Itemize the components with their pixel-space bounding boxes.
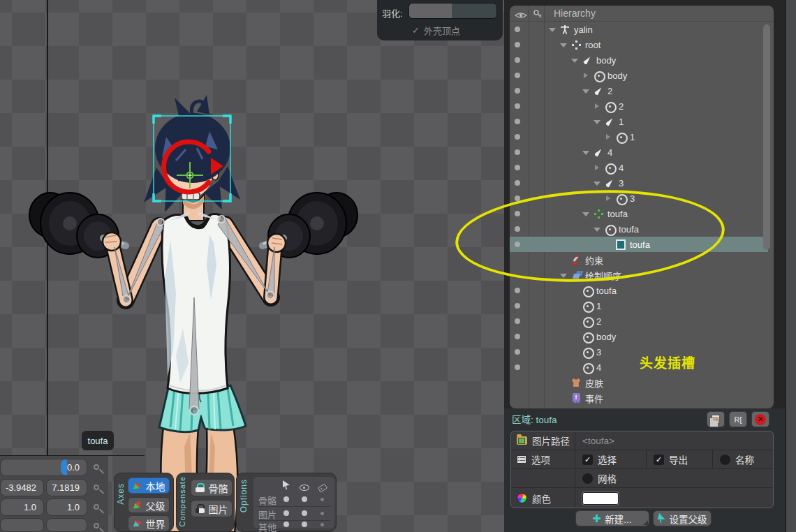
expander-closed-icon[interactable] [582, 72, 589, 79]
hierarchy-row[interactable]: body [510, 329, 768, 344]
key-shear-button[interactable] [89, 517, 104, 532]
node-label[interactable]: toufa [596, 286, 617, 296]
visibility-dot[interactable] [515, 103, 520, 109]
visibility-dot[interactable] [515, 180, 520, 186]
name-checkbox[interactable] [720, 455, 730, 465]
other-visible-dot[interactable] [302, 522, 307, 527]
node-label[interactable]: yalin [574, 24, 593, 35]
shear-x-field[interactable] [0, 518, 44, 532]
color-swatch[interactable] [582, 492, 619, 505]
scale-x-field[interactable]: 1.0 [0, 498, 44, 516]
hull-vertices-checkbox[interactable]: ✓ [412, 25, 420, 36]
translate-y-field[interactable]: 7.1819 [46, 479, 87, 496]
node-label[interactable]: 1 [630, 132, 635, 142]
node-label[interactable]: 3 [619, 178, 624, 189]
delete-button[interactable]: ✕ [751, 411, 769, 427]
new-attachment-button[interactable]: 新建... [575, 510, 649, 526]
hierarchy-row[interactable]: 4 [510, 160, 768, 175]
other-select-dot[interactable] [283, 522, 289, 527]
feather-slider[interactable] [408, 3, 497, 19]
hierarchy-row[interactable]: 3 [510, 175, 768, 191]
hierarchy-row[interactable]: 1 [510, 129, 768, 145]
axes-local-button[interactable]: 本地 [128, 478, 170, 494]
visibility-dot[interactable] [515, 288, 520, 293]
expander-closed-icon[interactable] [605, 133, 612, 140]
visibility-dot[interactable] [515, 134, 520, 140]
visibility-dot[interactable] [515, 27, 520, 32]
scale-y-field[interactable]: 1.0 [46, 498, 87, 516]
key-scale-button[interactable] [89, 498, 104, 515]
visibility-dot[interactable] [515, 149, 520, 155]
node-label[interactable]: root [585, 40, 600, 50]
mesh-checkbox[interactable] [582, 473, 593, 484]
expander-closed-icon[interactable] [594, 164, 600, 171]
hierarchy-row[interactable]: yalin [510, 22, 768, 37]
node-label[interactable]: 事件 [585, 392, 603, 405]
compensate-images-button[interactable]: 图片 [191, 500, 233, 517]
hull-vertices-row[interactable]: ✓ 外壳顶点 [412, 24, 460, 37]
node-label[interactable]: 1 [619, 117, 624, 127]
images-name-dot[interactable] [320, 512, 324, 515]
expander-open-icon[interactable] [571, 57, 578, 64]
node-label[interactable]: 3 [596, 347, 601, 357]
translate-x-field[interactable]: -3.9482 [0, 479, 44, 496]
node-label[interactable]: body [596, 332, 616, 342]
axes-world-button[interactable]: 世界 [128, 515, 170, 531]
key-rotate-button[interactable] [89, 459, 104, 475]
node-label[interactable]: 4 [607, 147, 612, 158]
hierarchy-row[interactable]: toufa [510, 283, 768, 298]
bones-visible-dot[interactable] [302, 496, 307, 502]
hierarchy-row[interactable]: root [510, 37, 768, 52]
image-path-value[interactable]: <toufa> [575, 431, 614, 450]
compensate-bones-button[interactable]: 骨骼 [191, 479, 233, 496]
expander-open-icon[interactable] [594, 118, 600, 125]
expander-open-icon[interactable] [549, 26, 556, 33]
expander-open-icon[interactable] [560, 41, 567, 48]
visibility-dot[interactable] [515, 88, 520, 94]
hierarchy-row[interactable]: 4 [510, 145, 768, 160]
key-translate-button[interactable] [89, 479, 104, 496]
axes-parent-button[interactable]: 父级 [128, 497, 170, 513]
expander-closed-icon[interactable] [594, 103, 600, 110]
export-checkbox[interactable]: ✓ [654, 455, 664, 465]
expander-open-icon[interactable] [594, 179, 600, 186]
rotate-field[interactable]: 0.0 [0, 459, 87, 476]
node-label[interactable]: 2 [607, 86, 612, 96]
other-name-dot[interactable] [320, 523, 324, 526]
hierarchy-row[interactable]: 2 [510, 83, 768, 98]
visibility-dot[interactable] [515, 119, 520, 124]
visibility-dot[interactable] [515, 364, 520, 370]
bones-name-dot[interactable] [320, 498, 324, 501]
node-label[interactable]: 2 [596, 316, 601, 327]
expander-open-icon[interactable] [582, 87, 589, 94]
node-label[interactable]: 1 [596, 301, 601, 311]
select-checkbox[interactable]: ✓ [582, 455, 593, 465]
duplicate-button[interactable] [707, 411, 725, 427]
visibility-dot[interactable] [515, 318, 520, 324]
visibility-dot[interactable] [515, 57, 520, 63]
hierarchy-row[interactable]: 3 [510, 344, 768, 360]
panel-resize-strip[interactable] [785, 0, 796, 532]
visibility-dot[interactable] [515, 303, 520, 309]
hierarchy-row[interactable]: 皮肤 [510, 375, 768, 390]
shear-y-field[interactable] [46, 518, 87, 532]
hierarchy-row[interactable]: 1 [510, 114, 768, 129]
visibility-dot[interactable] [515, 334, 520, 339]
node-label[interactable]: 2 [619, 101, 624, 112]
node-label[interactable]: body [607, 71, 627, 81]
visibility-dot[interactable] [515, 73, 520, 78]
node-label[interactable]: 皮肤 [585, 376, 603, 390]
hierarchy-row[interactable]: body [510, 68, 768, 83]
viewport-canvas[interactable]: toufa [0, 0, 504, 532]
hierarchy-scrollbar[interactable] [763, 24, 770, 250]
set-parent-button[interactable]: 设置父级 [653, 510, 712, 526]
visibility-dot[interactable] [515, 349, 520, 355]
visibility-dot[interactable] [515, 42, 520, 47]
hierarchy-row[interactable]: body [510, 52, 768, 68]
hierarchy-row[interactable]: 4 [510, 360, 768, 375]
node-label[interactable]: body [596, 55, 616, 66]
bones-select-dot[interactable] [283, 496, 289, 502]
hierarchy-row[interactable]: 2 [510, 98, 768, 114]
node-label[interactable]: 4 [619, 163, 624, 173]
hierarchy-row[interactable]: 2 [510, 313, 768, 329]
